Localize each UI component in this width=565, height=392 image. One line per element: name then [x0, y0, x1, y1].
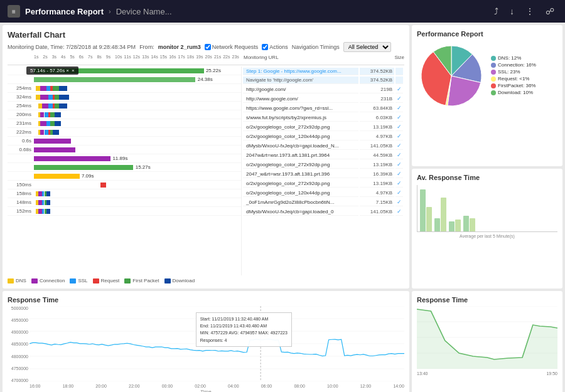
- av-bar-1: [463, 216, 469, 231]
- bar-segment: [53, 130, 59, 135]
- tick-label: 17s: [178, 55, 187, 63]
- url-col-header: Monitoring URL: [241, 55, 370, 63]
- bar-track: [34, 191, 241, 196]
- x-axis-label: 04:00: [228, 384, 239, 388]
- monitor-value: monitor 2_rum3: [158, 44, 201, 50]
- monitoring-date-label: Monitoring Date, Time: 7/28/2018 at 9:28…: [8, 44, 136, 50]
- legend-label: DNS: [16, 278, 26, 283]
- bar-value-label: 7.09s: [82, 173, 94, 179]
- bar-segment: [45, 112, 49, 117]
- url-table-row: o/2x/googlelogo_color_272x92dp.png13.19K…: [243, 179, 403, 188]
- network-requests-checkbox[interactable]: [205, 44, 211, 50]
- bar-track: [34, 200, 241, 205]
- nav-timings-select[interactable]: All Selected: [343, 42, 391, 52]
- url-table-row: http://www.google.com/231B✓: [243, 95, 403, 103]
- y-axis-label: 4700000: [11, 378, 28, 383]
- bar-label: 231ms: [8, 120, 34, 126]
- url-table-row: 2047_w&rt=wsr.1973.aft.1381.prt.39616.39…: [243, 170, 403, 178]
- pie-legend-item: Request: <1%: [491, 76, 536, 82]
- bar-value-label: 25.22s: [206, 68, 221, 73]
- bar-row: 148ms: [8, 198, 241, 207]
- legend-item: Request: [93, 278, 120, 283]
- pie-legend-dot: [491, 77, 496, 82]
- tick-label: 1s: [34, 55, 43, 63]
- url-text: Step 1: Google - https://www.google.com.…: [246, 68, 342, 74]
- av-bar-2: [455, 220, 461, 231]
- bar-track: [34, 147, 241, 152]
- bar-segment: [55, 112, 61, 117]
- bar-track: [34, 139, 241, 144]
- bar-value-label: 11.89s: [112, 156, 127, 161]
- bar-segment: [40, 130, 45, 135]
- bar-segment: [34, 174, 80, 179]
- url-check-icon: ✓: [396, 104, 403, 112]
- bars-area: 57.14s - 57.26s × ×25.22s24.38s254ms324m…: [8, 66, 241, 275]
- waterfall-header: 1s2s3s4s5s6s7s8s9s10s11s12s13s14s15s16s1…: [8, 55, 404, 65]
- url-size: 7.15KB: [360, 198, 394, 206]
- right-line-chart-svg: [417, 306, 557, 369]
- url-text: 2047_w&rt=wsr.1973.aft.1381.prt.396: [246, 171, 330, 177]
- x-axis-label: 14:00: [393, 384, 404, 388]
- bar-row: 200ms: [8, 110, 241, 119]
- chat-icon[interactable]: ☍: [542, 5, 557, 18]
- url-size: 219B: [360, 85, 394, 93]
- bar-row: 0.68s: [8, 146, 241, 154]
- bar-row: 324ms: [8, 93, 241, 102]
- tick-label: 5s: [70, 55, 78, 63]
- bar-track: [34, 86, 241, 91]
- bar-segment: [40, 86, 46, 91]
- tick-label: 12s: [133, 55, 142, 63]
- tick-label: 14s: [151, 55, 159, 63]
- bar-segment: [46, 200, 51, 205]
- legend-item: SSL: [70, 278, 87, 283]
- url-check-icon: [396, 77, 403, 84]
- url-text: s/www.fut.by/scripts/by2/xpremius.js: [246, 115, 326, 120]
- pie-legend-dot: [491, 83, 496, 88]
- url-text: dMysb/WxooU-fxJeq/cb=gapi.loaded_0: [246, 209, 333, 215]
- bar-segment: [40, 95, 48, 100]
- bar-track: [34, 112, 241, 117]
- url-text: Navigate to 'http://google.com': [246, 77, 313, 83]
- url-text: 2047w&rt=wsr.1973.aft.1381.prt.3964: [246, 152, 330, 158]
- url-text: o/2x/googlelogo_color_120x44dp.png: [246, 134, 330, 139]
- network-requests-checkbox-label[interactable]: Network Requests: [205, 44, 259, 50]
- bar-segment: [40, 112, 45, 117]
- tick-label: 23s: [232, 55, 241, 63]
- url-table-row: dMysb/WxooU-fxJeq/cb=gapi.loaded_0141.05…: [243, 208, 403, 216]
- x-axis-label: 20:00: [95, 384, 107, 388]
- more-icon[interactable]: ⋮: [522, 5, 537, 18]
- tick-label: 6s: [79, 55, 88, 63]
- waterfall-panel: Waterfall Chart Monitoring Date, Time: 7…: [3, 25, 409, 289]
- av-bar-1: [434, 218, 440, 231]
- bar-row: 254ms: [8, 84, 241, 93]
- actions-checkbox-label[interactable]: Actions: [262, 44, 288, 50]
- bar-segment: [38, 209, 43, 214]
- bar-track: 7.09s: [34, 174, 241, 179]
- tick-label: 15s: [160, 55, 169, 63]
- url-check-icon: ✓: [396, 123, 403, 131]
- bar-segment: [100, 183, 107, 188]
- bar-row: 7.09s: [8, 172, 241, 181]
- download-icon[interactable]: ↓: [507, 5, 517, 18]
- bar-segment: [34, 139, 71, 144]
- x-axis-left: 16:0018:0020:0022:0000:0002:0004:0006:00…: [8, 384, 404, 388]
- size-col-header: Size: [370, 55, 404, 63]
- url-text: dMysb/WxooU-fxJeq/cb=gapi.loaded_N...: [246, 143, 338, 149]
- bar-value-label: 24.38s: [198, 77, 213, 82]
- url-check-icon: ✓: [396, 142, 403, 150]
- bar-segment: [46, 121, 51, 126]
- url-size: 13.19KB: [360, 179, 394, 188]
- share-icon[interactable]: ⤴: [491, 5, 502, 18]
- chart-tooltip: Start: 11/21/2019 11:32:40.480 AM End: 1…: [196, 312, 292, 347]
- pie-legend-item: SSL: 23%: [491, 69, 536, 75]
- url-check-icon: ✓: [396, 198, 403, 206]
- tick-label: 13s: [142, 55, 151, 63]
- pie-legend-label: Connection: 16%: [498, 62, 536, 68]
- bar-label: 152ms: [8, 208, 34, 214]
- bar-row: 15.27s: [8, 163, 241, 172]
- y-axis-label: 4900000: [11, 330, 28, 334]
- tick-label: 7s: [88, 55, 97, 63]
- x-title-left: Time: [8, 389, 404, 392]
- actions-checkbox[interactable]: [262, 44, 268, 50]
- x-axis-right: 13:4019:50: [417, 371, 557, 376]
